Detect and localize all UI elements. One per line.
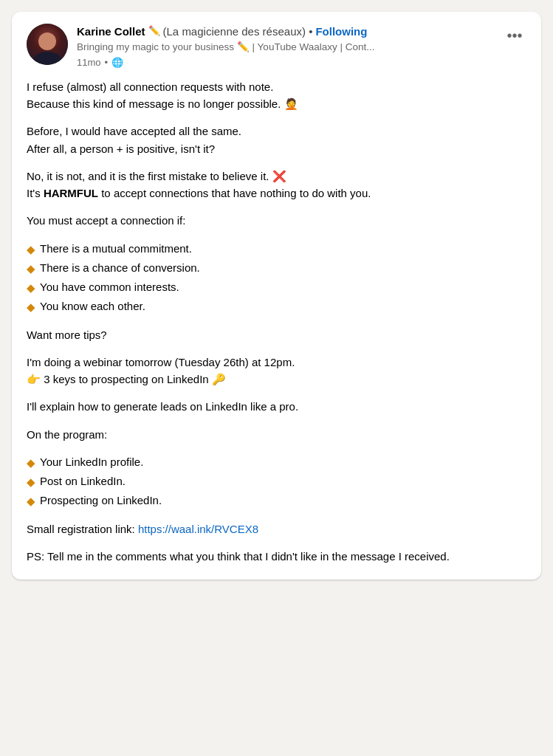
diamond-icon: ◆ <box>27 241 35 258</box>
ps-line: PS: Tell me in the comments what you thi… <box>27 548 526 565</box>
bullet-text: Post on LinkedIn. <box>40 472 126 489</box>
bullet-list-2: ◆ Your LinkedIn profile. ◆ Post on Linke… <box>27 453 526 510</box>
diamond-icon: ◆ <box>27 492 35 509</box>
header-left: Karine Collet ✏️ (La magicienne des rése… <box>27 24 374 68</box>
author-tagline: Bringing my magic to your business ✏️ | … <box>77 41 374 55</box>
meta-separator: • <box>105 57 109 68</box>
para3-line2: It's HARMFUL to accept connections that … <box>27 187 371 199</box>
author-name[interactable]: Karine Collet <box>77 24 145 39</box>
program-title: On the program: <box>27 426 526 443</box>
post-content: I refuse (almost) all connection request… <box>27 78 526 565</box>
registration-line: Small registration link: https://waal.in… <box>27 520 526 537</box>
para1-line1: I refuse (almost) all connection request… <box>27 80 273 93</box>
author-info: Karine Collet ✏️ (La magicienne des rése… <box>77 24 374 68</box>
bullet-item: ◆ There is a mutual commitment. <box>27 240 526 258</box>
bullet-item: ◆ Your LinkedIn profile. <box>27 453 526 471</box>
bullet-item: ◆ Post on LinkedIn. <box>27 472 526 490</box>
post-header: Karine Collet ✏️ (La magicienne des rése… <box>27 24 526 68</box>
bullet-item: ◆ There is a chance of conversion. <box>27 259 526 277</box>
bullet-item: ◆ You know each other. <box>27 298 526 315</box>
avatar-image <box>27 24 68 65</box>
paragraph-1: I refuse (almost) all connection request… <box>27 78 526 113</box>
para3-line1: No, it is not, and it is the first mista… <box>27 170 286 182</box>
bullet-item: ◆ You have common interests. <box>27 278 526 296</box>
webinar-info: I'm doing a webinar tomorrow (Tuesday 26… <box>27 354 526 388</box>
bullet-text: Your LinkedIn profile. <box>40 453 143 470</box>
author-subtitle: (La magicienne des réseaux) • <box>163 24 313 39</box>
paragraph-3: No, it is not, and it is the first mista… <box>27 168 526 202</box>
following-badge[interactable]: Following <box>315 24 367 39</box>
more-options-button[interactable]: ••• <box>503 24 526 47</box>
accept-title: You must accept a connection if: <box>27 212 526 229</box>
diamond-icon: ◆ <box>27 279 35 296</box>
name-row: Karine Collet ✏️ (La magicienne des rése… <box>77 24 374 39</box>
bullet-text: There is a chance of conversion. <box>40 259 200 276</box>
post-card: Karine Collet ✏️ (La magicienne des rése… <box>12 12 541 580</box>
bullet-text: You have common interests. <box>40 278 179 295</box>
diamond-icon: ◆ <box>27 260 35 277</box>
diamond-icon: ◆ <box>27 298 35 315</box>
bullet-item: ◆ Prospecting on LinkedIn. <box>27 492 526 509</box>
para1-line2: Because this kind of message is no longe… <box>27 97 298 110</box>
webinar-line2: 👉 3 keys to prospecting on LinkedIn 🔑 <box>27 373 226 385</box>
avatar[interactable] <box>27 24 68 65</box>
diamond-icon: ◆ <box>27 473 35 490</box>
webinar-line1: I'm doing a webinar tomorrow (Tuesday 26… <box>27 356 295 368</box>
avatar-face <box>38 32 56 50</box>
bullet-list-1: ◆ There is a mutual commitment. ◆ There … <box>27 240 526 316</box>
para2-line2: After all, a person + is positive, isn't… <box>27 142 215 155</box>
want-more: Want more tips? <box>27 326 526 343</box>
pencil-icon: ✏️ <box>148 24 160 38</box>
diamond-icon: ◆ <box>27 454 35 471</box>
bullet-text: You know each other. <box>40 298 145 315</box>
explain-line: I'll explain how to generate leads on Li… <box>27 398 526 415</box>
reg-label: Small registration link: <box>27 523 135 535</box>
globe-icon: 🌐 <box>111 57 123 68</box>
timestamp: 11mo <box>77 57 101 68</box>
meta-row: 11mo • 🌐 <box>77 57 374 68</box>
para2-line1: Before, I would have accepted all the sa… <box>27 125 241 137</box>
bullet-text: Prospecting on LinkedIn. <box>40 492 162 509</box>
registration-link[interactable]: https://waal.ink/RVCEX8 <box>138 523 258 535</box>
paragraph-2: Before, I would have accepted all the sa… <box>27 123 526 157</box>
bullet-text: There is a mutual commitment. <box>40 240 192 257</box>
avatar-body <box>34 52 61 65</box>
